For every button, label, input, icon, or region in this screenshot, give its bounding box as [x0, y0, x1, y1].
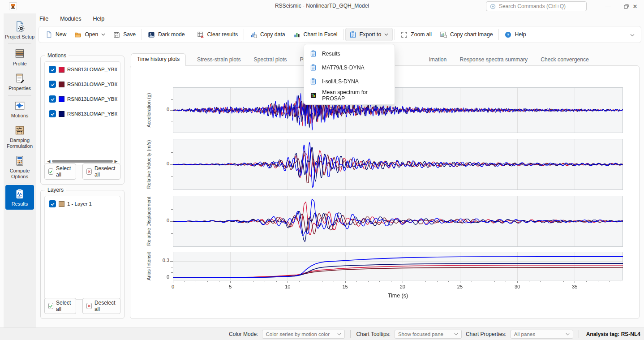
tab-time-history-plots[interactable]: Time history plots — [131, 53, 186, 66]
export-menu-item-mat79[interactable]: MAT79/LS-DYNA — [304, 60, 395, 74]
chevron-down-icon — [454, 333, 458, 336]
scroll-right-icon[interactable]: ▶ — [114, 159, 118, 164]
export-to-button[interactable]: Export to — [345, 28, 393, 41]
x-tick-label: 25 — [453, 284, 467, 289]
menu-modules[interactable]: Modules — [60, 16, 81, 22]
color-mode-select[interactable]: Color series by motion color — [262, 330, 345, 339]
checkbox-checked-icon[interactable] — [49, 95, 56, 103]
scrollbar-thumb[interactable] — [52, 160, 113, 163]
pane-canvas-1[interactable] — [173, 139, 623, 190]
properties-icon — [4, 73, 35, 84]
y-tick-mark — [170, 221, 173, 222]
motions-select-all-button[interactable]: Select all — [44, 164, 76, 180]
open-button[interactable]: Open — [70, 28, 109, 41]
search-commands-input[interactable]: Search Commands (Ctrl+Q) — [486, 1, 587, 11]
export-menu-item-results[interactable]: Results — [304, 47, 395, 60]
layers-deselect-all-button[interactable]: Deselect all — [82, 298, 120, 314]
minimize-button[interactable]: — — [599, 0, 617, 13]
checkbox-checked-icon[interactable] — [49, 110, 56, 117]
save-button[interactable]: Save — [109, 28, 140, 41]
checkbox-checked-icon[interactable] — [49, 81, 56, 88]
compute-options-icon — [4, 155, 35, 167]
chart-properties-select[interactable]: All panes — [511, 330, 573, 339]
checkbox-checked-icon[interactable] — [49, 66, 56, 73]
layers-select-all-button[interactable]: Select all — [44, 298, 76, 314]
copy-data-button[interactable]: Copy data — [246, 28, 289, 41]
x-minor-tick-mark — [242, 281, 242, 282]
x-tick-label: 30 — [511, 284, 524, 289]
chart-tooltips-select[interactable]: Show focused pane — [395, 330, 462, 339]
y-minor-tick-mark — [171, 176, 173, 177]
chevron-down-icon — [384, 33, 388, 36]
y-tick-label: 0 — [156, 274, 169, 280]
title-bar: RSSeismic - NonlinearTD_GQH_Model Search… — [0, 0, 644, 13]
pane-canvas-0[interactable] — [173, 87, 623, 133]
sidebar-item-project-setup[interactable]: Project Setup — [4, 13, 36, 43]
search-icon — [490, 4, 496, 9]
scroll-left-icon[interactable]: ◀ — [47, 159, 51, 164]
sidebar-item-motions[interactable]: Motions — [4, 97, 36, 121]
y-tick-label: 0 — [156, 218, 169, 223]
x-minor-tick-mark — [437, 281, 438, 282]
motion-color-swatch — [59, 96, 64, 102]
motions-list: RSN813LOMAP_YBI000 RSN813LOMAP_YBI000 RS… — [44, 61, 120, 165]
y-tick-label: 0 — [156, 107, 169, 112]
new-file-icon — [46, 31, 52, 38]
motion-list-item[interactable]: RSN813LOMAP_YBI090 — [45, 106, 120, 121]
tab-stress-strain-plots[interactable]: Stress-strain plots — [195, 54, 243, 66]
motion-color-swatch — [59, 111, 64, 117]
copy-chart-icon — [440, 31, 447, 38]
results-icon — [6, 188, 33, 200]
x-minor-tick-mark — [414, 281, 414, 282]
motions-groupbox: Motions RSN813LOMAP_YBI000 RSN813LOMAP_Y… — [40, 56, 125, 185]
help-icon: ? — [505, 31, 511, 38]
tab-response-spectra-summary[interactable]: Response spectra summary — [458, 54, 529, 66]
layer-color-swatch — [59, 201, 64, 207]
pane-canvas-3[interactable] — [173, 252, 623, 280]
toolbar-overflow-chevron[interactable] — [630, 30, 635, 39]
sidebar-item-compute-options[interactable]: Compute Options — [4, 152, 36, 182]
menu-file[interactable]: File — [39, 16, 48, 22]
layer-list-item[interactable]: 1 - Layer 1 — [45, 196, 120, 211]
clear-results-button[interactable]: Clear results — [193, 28, 242, 41]
new-button[interactable]: New — [42, 28, 70, 41]
help-button[interactable]: ? Help — [501, 28, 530, 41]
motion-list-item[interactable]: RSN813LOMAP_YBI090 — [45, 91, 120, 106]
color-mode-label: Color Mode: — [229, 331, 258, 337]
sidebar-item-properties[interactable]: Properties — [4, 69, 36, 94]
sidebar-item-results[interactable]: Results — [5, 185, 34, 210]
motions-deselect-all-button[interactable]: Deselect all — [82, 164, 120, 180]
statusbar-separator — [350, 330, 351, 338]
sidebar-item-damping-formulation[interactable]: Damping Formulation — [4, 121, 36, 152]
export-menu-item-isoil[interactable]: I-soil/LS-DYNA — [304, 74, 395, 88]
close-button[interactable]: ✕ — [626, 0, 644, 13]
y-minor-tick-mark — [171, 272, 173, 273]
motion-list-item[interactable]: RSN813LOMAP_YBI000 — [45, 77, 120, 91]
x-minor-tick-mark — [586, 281, 587, 282]
chevron-down-icon — [101, 33, 105, 36]
sidebar-item-profile[interactable]: Profile — [4, 45, 36, 69]
chevron-down-icon — [566, 333, 570, 336]
x-minor-tick-mark — [563, 281, 564, 282]
x-tick-mark — [403, 281, 403, 283]
x-minor-tick-mark — [540, 281, 541, 282]
export-menu-item-mean-spectrum[interactable]: Mean spectrum for PROSAP — [304, 88, 395, 102]
x-minor-tick-mark — [311, 281, 311, 282]
zoom-all-button[interactable]: Zoom all — [397, 28, 436, 41]
chart-in-excel-button[interactable]: Chart in Excel — [289, 28, 342, 41]
layers-groupbox: Layers 1 - Layer 1 Select all Deselect a… — [40, 190, 125, 319]
dark-mode-button[interactable]: Dark mode — [144, 28, 189, 41]
tab-check-convergence[interactable]: Check convergence — [539, 54, 591, 66]
x-tick-mark — [288, 281, 288, 283]
tab-spectral-plots[interactable]: Spectral plots — [252, 54, 289, 66]
checkbox-checked-icon[interactable] — [49, 200, 56, 207]
y-minor-tick-mark — [171, 233, 173, 234]
horizontal-scrollbar[interactable]: ◀ ▶ — [47, 159, 118, 164]
tab-animation-partial[interactable]: imation — [427, 54, 448, 66]
clear-results-icon — [197, 31, 204, 38]
pane-canvas-2[interactable] — [173, 196, 623, 247]
copy-chart-image-button[interactable]: Copy chart image — [436, 28, 497, 41]
motion-list-item[interactable]: RSN813LOMAP_YBI000 — [45, 62, 120, 77]
menu-help[interactable]: Help — [93, 16, 104, 22]
x-tick-label: 20 — [396, 284, 409, 289]
